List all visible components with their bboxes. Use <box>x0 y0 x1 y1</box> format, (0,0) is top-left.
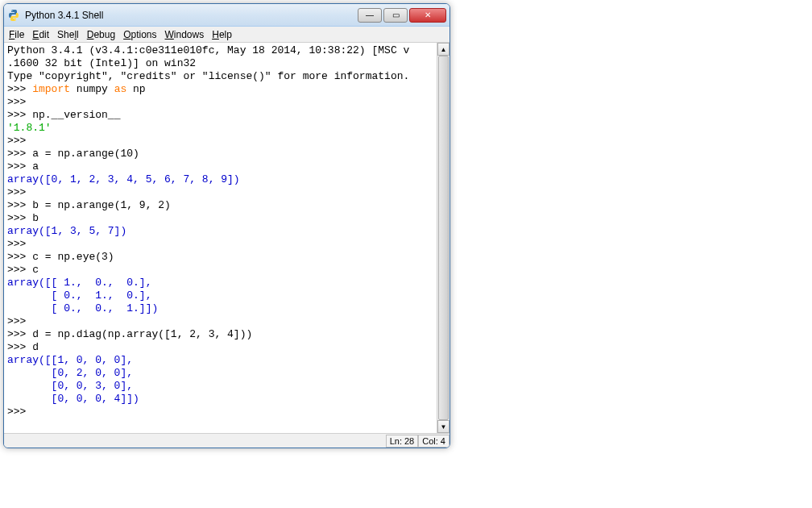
minimize-button[interactable]: — <box>358 8 382 23</box>
close-icon: ✕ <box>425 10 431 19</box>
menu-file[interactable]: File <box>9 29 24 40</box>
maximize-button[interactable]: ▭ <box>383 8 408 23</box>
output-repr: array([[1, 0, 0, 0], <box>7 354 133 366</box>
menu-help[interactable]: Help <box>212 29 232 40</box>
window-title: Python 3.4.1 Shell <box>25 10 358 21</box>
prompt: >>> <box>7 341 32 353</box>
banner-line: Python 3.4.1 (v3.4.1:c0e311e010fc, May 1… <box>7 44 409 56</box>
prompt: >>> <box>7 238 32 250</box>
prompt: >>> <box>7 109 32 121</box>
content-area: Python 3.4.1 (v3.4.1:c0e311e010fc, May 1… <box>4 43 450 433</box>
kw-as: as <box>114 83 127 95</box>
prompt: >>> <box>7 199 32 211</box>
chevron-up-icon: ▲ <box>441 46 447 53</box>
prompt: >>> <box>7 315 32 327</box>
prompt: >>> <box>7 406 32 418</box>
code-text: numpy <box>70 83 114 95</box>
code-text: d = np.diag(np.array([1, 2, 3, 4])) <box>32 328 252 340</box>
code-text: c = np.eye(3) <box>32 251 114 263</box>
prompt: >>> <box>7 186 32 198</box>
output-repr: array([0, 1, 2, 3, 4, 5, 6, 7, 8, 9]) <box>7 173 240 185</box>
output-repr: [0, 0, 3, 0], <box>7 380 133 392</box>
maximize-icon: ▭ <box>392 10 400 19</box>
prompt: >>> <box>7 96 32 108</box>
vertical-scrollbar[interactable]: ▲ ▼ <box>437 43 450 433</box>
scroll-up-button[interactable]: ▲ <box>437 43 450 56</box>
idle-window: Python 3.4.1 Shell — ▭ ✕ File Edit Shell… <box>3 3 450 448</box>
menu-debug[interactable]: Debug <box>87 29 115 40</box>
prompt: >>> <box>7 83 32 95</box>
code-text: a = np.arange(10) <box>32 148 139 160</box>
chevron-down-icon: ▼ <box>441 423 447 431</box>
minimize-icon: — <box>366 10 374 19</box>
code-text: b <box>32 212 39 224</box>
titlebar[interactable]: Python 3.4.1 Shell — ▭ ✕ <box>4 4 450 27</box>
menu-edit[interactable]: Edit <box>32 29 49 40</box>
shell-text[interactable]: Python 3.4.1 (v3.4.1:c0e311e010fc, May 1… <box>4 43 437 433</box>
code-text: np <box>126 83 145 95</box>
statusbar: Ln: 28 Col: 4 <box>4 433 450 448</box>
window-controls: — ▭ ✕ <box>358 8 446 23</box>
output-repr: [ 0., 0., 1.]]) <box>7 302 158 314</box>
prompt: >>> <box>7 148 32 160</box>
banner-line: Type "copyright", "credits" or "license(… <box>7 70 409 82</box>
code-text: c <box>32 264 39 276</box>
output-repr: array([[ 1., 0., 0.], <box>7 277 151 289</box>
status-col: Col: 4 <box>418 435 450 448</box>
scroll-track[interactable] <box>437 56 450 420</box>
code-text: np.__version__ <box>32 109 120 121</box>
output-repr: array([1, 3, 5, 7]) <box>7 225 126 237</box>
kw-import: import <box>32 83 70 95</box>
prompt: >>> <box>7 251 32 263</box>
scroll-down-button[interactable]: ▼ <box>437 420 450 433</box>
menu-windows[interactable]: Windows <box>165 29 205 40</box>
prompt: >>> <box>7 135 32 147</box>
svg-point-1 <box>14 19 15 19</box>
prompt: >>> <box>7 212 32 224</box>
output-repr: [0, 2, 0, 0], <box>7 367 133 379</box>
code-text: a <box>32 160 39 173</box>
menu-options[interactable]: Options <box>123 29 156 40</box>
output-str: '1.8.1' <box>7 122 52 134</box>
python-icon <box>7 9 20 22</box>
output-repr: [0, 0, 0, 4]]) <box>7 393 139 405</box>
prompt: >>> <box>7 264 32 276</box>
menu-shell[interactable]: Shell <box>57 29 79 40</box>
svg-point-0 <box>11 10 12 10</box>
code-text: d <box>32 341 39 353</box>
code-text: b = np.arange(1, 9, 2) <box>32 199 171 211</box>
prompt: >>> <box>7 328 32 340</box>
prompt: >>> <box>7 160 32 173</box>
scroll-thumb[interactable] <box>438 56 449 420</box>
output-repr: [ 0., 1., 0.], <box>7 289 151 302</box>
banner-line: .1600 32 bit (Intel)] on win32 <box>7 57 196 69</box>
status-line: Ln: 28 <box>386 435 419 448</box>
close-button[interactable]: ✕ <box>409 8 446 23</box>
menubar: File Edit Shell Debug Options Windows He… <box>4 27 450 43</box>
